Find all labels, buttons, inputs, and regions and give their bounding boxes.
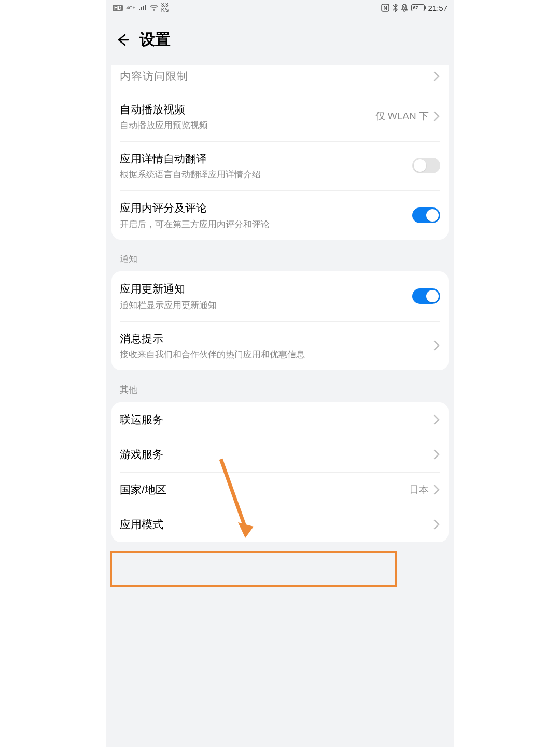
autoplay-title: 自动播放视频 — [120, 101, 375, 118]
row-joint-service[interactable]: 联运服务 — [111, 402, 449, 437]
inapp-rating-title: 应用内评分及评论 — [120, 200, 412, 216]
app-mode-label: 应用模式 — [120, 516, 433, 533]
status-bar: HD 4G+ 3.3 K/s N 67 21:57 — [106, 0, 454, 16]
joint-service-label: 联运服务 — [120, 411, 433, 428]
autoplay-subtitle: 自动播放应用预览视频 — [120, 119, 375, 132]
chevron-right-icon — [433, 414, 440, 425]
content-restriction-label: 内容访问限制 — [120, 68, 433, 85]
chevron-right-icon — [433, 484, 440, 495]
chevron-right-icon — [433, 340, 440, 351]
nfc-icon: N — [381, 4, 389, 12]
msg-prompt-title: 消息提示 — [120, 330, 433, 347]
page-title: 设置 — [139, 29, 171, 50]
row-country-region[interactable]: 国家/地区 日本 — [111, 472, 449, 507]
row-autoplay-video[interactable]: 自动播放视频 自动播放应用预览视频 仅 WLAN 下 — [111, 92, 449, 141]
clock-label: 21:57 — [428, 4, 447, 12]
chevron-right-icon — [433, 519, 440, 530]
hd-badge: HD — [113, 5, 123, 11]
battery-icon: 67 — [411, 4, 425, 11]
inapp-rating-subtitle: 开启后，可在第三方应用内评分和评论 — [120, 218, 412, 231]
update-notify-title: 应用更新通知 — [120, 281, 412, 297]
region-value: 日本 — [409, 483, 429, 496]
section-header-other: 其他 — [106, 370, 454, 402]
section-header-notify: 通知 — [106, 240, 454, 271]
row-auto-translate[interactable]: 应用详情自动翻译 根据系统语言自动翻译应用详情介绍 — [111, 141, 449, 190]
update-notify-subtitle: 通知栏显示应用更新通知 — [120, 299, 412, 312]
update-notify-toggle[interactable] — [412, 288, 440, 304]
row-content-restriction[interactable]: 内容访问限制 — [111, 65, 449, 92]
autotranslate-title: 应用详情自动翻译 — [120, 150, 412, 167]
msg-prompt-subtitle: 接收来自我们和合作伙伴的热门应用和优惠信息 — [120, 349, 433, 361]
signal-icon — [138, 5, 147, 11]
mute-icon — [401, 4, 408, 12]
network-gen-label: 4G+ — [126, 5, 135, 10]
row-inapp-rating[interactable]: 应用内评分及评论 开启后，可在第三方应用内评分和评论 — [111, 190, 449, 240]
chevron-right-icon — [433, 449, 440, 460]
row-game-service[interactable]: 游戏服务 — [111, 437, 449, 472]
autotranslate-toggle[interactable] — [412, 158, 440, 173]
row-message-prompt[interactable]: 消息提示 接收来自我们和合作伙伴的热门应用和优惠信息 — [111, 321, 449, 370]
row-update-notify[interactable]: 应用更新通知 通知栏显示应用更新通知 — [111, 271, 449, 321]
header: 设置 — [106, 16, 454, 65]
annotation-highlight-box — [110, 551, 397, 587]
autotranslate-subtitle: 根据系统语言自动翻译应用详情介绍 — [120, 169, 412, 181]
row-app-mode[interactable]: 应用模式 — [111, 507, 449, 542]
inapp-rating-toggle[interactable] — [412, 208, 440, 223]
chevron-right-icon — [433, 110, 440, 122]
back-button[interactable] — [115, 33, 129, 47]
svg-text:N: N — [384, 5, 387, 11]
bluetooth-icon — [393, 4, 398, 12]
autoplay-value: 仅 WLAN 下 — [375, 109, 429, 123]
settings-group-notify: 应用更新通知 通知栏显示应用更新通知 消息提示 接收来自我们和合作伙伴的热门应用… — [111, 271, 449, 370]
region-label: 国家/地区 — [120, 481, 409, 498]
wifi-icon — [150, 5, 158, 11]
game-service-label: 游戏服务 — [120, 446, 433, 463]
chevron-right-icon — [433, 71, 440, 82]
settings-group-other: 联运服务 游戏服务 国家/地区 日本 应用模式 — [111, 402, 449, 542]
settings-group-general: 内容访问限制 自动播放视频 自动播放应用预览视频 仅 WLAN 下 应用详情自动… — [111, 65, 449, 240]
network-speed: 3.3 K/s — [161, 3, 169, 13]
